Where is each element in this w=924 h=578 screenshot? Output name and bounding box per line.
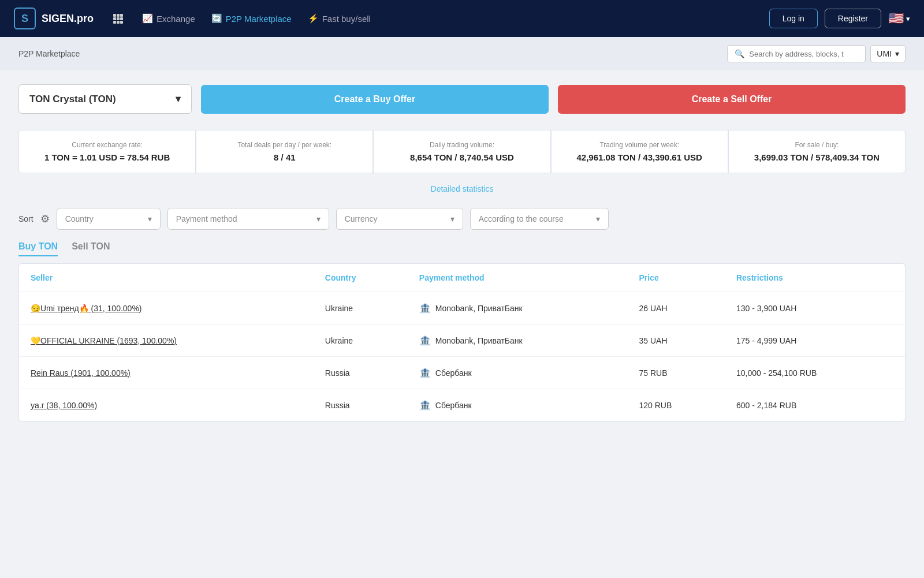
- cell-price-3: 120 RUB: [628, 389, 725, 422]
- grid-icon[interactable]: [112, 13, 124, 24]
- cell-payment-1: 🏦 Monobank, ПриватБанк: [408, 325, 628, 357]
- p2p-icon: 🔄: [211, 13, 222, 24]
- stat-for-sale-label: For sale / buy:: [740, 141, 893, 149]
- settings-button[interactable]: ⚙: [40, 212, 50, 225]
- payment-method-3: Сбербанк: [435, 401, 472, 410]
- token-filter-select[interactable]: UMI ▾: [870, 45, 906, 62]
- detail-link-wrap: Detailed statistics: [18, 184, 906, 194]
- logo-text: SIGEN.pro: [42, 13, 94, 25]
- nav-links: 📈 Exchange 🔄 P2P Marketplace ⚡ Fast buy/…: [142, 13, 751, 24]
- nav-p2p[interactable]: 🔄 P2P Marketplace: [211, 13, 292, 24]
- stat-deals-label: Total deals per day / per week:: [208, 141, 361, 149]
- cell-country-0: Ukraine: [314, 292, 408, 325]
- stat-daily-volume-value: 8,654 TON / 8,740.54 USD: [385, 152, 538, 162]
- cell-restrictions-0: 130 - 3,900 UAH: [725, 292, 905, 325]
- seller-link-3[interactable]: ya.r (38, 100.00%): [31, 401, 97, 410]
- logo-box: S: [14, 8, 36, 29]
- tab-buy-ton[interactable]: Buy TON: [18, 241, 58, 256]
- nav-exchange[interactable]: 📈 Exchange: [142, 13, 195, 24]
- svg-rect-4: [117, 17, 120, 20]
- flag-icon: 🇺🇸: [888, 11, 904, 26]
- table-row: 😏Umi тренд🔥 (31, 100.00%) Ukraine 🏦 Mono…: [19, 292, 905, 325]
- search-wrap: 🔍: [727, 45, 866, 62]
- language-selector[interactable]: 🇺🇸 ▾: [888, 11, 910, 26]
- payment-chevron-icon: ▾: [316, 214, 321, 223]
- cell-restrictions-2: 10,000 - 254,100 RUB: [725, 357, 905, 389]
- cell-payment-0: 🏦 Monobank, ПриватБанк: [408, 292, 628, 325]
- cell-country-3: Russia: [314, 389, 408, 422]
- login-button[interactable]: Log in: [769, 9, 818, 28]
- detail-stats-link[interactable]: Detailed statistics: [431, 184, 494, 193]
- cell-price-1: 35 UAH: [628, 325, 725, 357]
- svg-rect-7: [117, 21, 120, 24]
- table-row: 💛OFFICIAL UKRAINE (1693, 100.00%) Ukrain…: [19, 325, 905, 357]
- create-buy-offer-button[interactable]: Create a Buy Offer: [201, 85, 549, 114]
- col-payment: Payment method: [408, 264, 628, 292]
- col-seller: Seller: [19, 264, 314, 292]
- stat-daily-volume-label: Daily trading volume:: [385, 141, 538, 149]
- breadcrumb-bar: P2P Marketplace 🔍 UMI ▾: [0, 37, 924, 70]
- gear-icon: ⚙: [40, 213, 50, 225]
- cell-restrictions-1: 175 - 4,999 UAH: [725, 325, 905, 357]
- currency-filter[interactable]: Currency ▾: [336, 208, 463, 230]
- cell-country-1: Ukraine: [314, 325, 408, 357]
- offers-table: Seller Country Payment method Price Rest…: [19, 264, 905, 421]
- svg-rect-6: [113, 21, 116, 24]
- cell-seller-2: Rein Raus (1901, 100.00%): [19, 357, 314, 389]
- token-filter-chevron: ▾: [895, 49, 899, 58]
- search-icon: 🔍: [735, 49, 744, 58]
- create-sell-offer-button[interactable]: Create a Sell Offer: [558, 85, 906, 114]
- country-filter-label: Country: [65, 214, 94, 223]
- cell-country-2: Russia: [314, 357, 408, 389]
- stat-deals: Total deals per day / per week: 8 / 41: [196, 130, 373, 173]
- svg-rect-1: [117, 14, 120, 17]
- search-input[interactable]: [749, 50, 858, 58]
- navbar: S SIGEN.pro 📈 Exchange 🔄 P2P Marketplace…: [0, 0, 924, 37]
- stat-daily-volume: Daily trading volume: 8,654 TON / 8,740.…: [373, 130, 550, 173]
- register-button[interactable]: Register: [825, 9, 881, 28]
- payment-filter[interactable]: Payment method ▾: [167, 208, 329, 230]
- seller-link-0[interactable]: 😏Umi тренд🔥 (31, 100.00%): [31, 304, 142, 313]
- token-select-chevron: ▾: [176, 93, 181, 105]
- sort-order-filter[interactable]: According to the course ▾: [470, 208, 609, 230]
- exchange-icon: 📈: [142, 13, 153, 24]
- cell-seller-0: 😏Umi тренд🔥 (31, 100.00%): [19, 292, 314, 325]
- stat-weekly-volume: Trading volume per week: 42,961.08 TON /…: [551, 130, 728, 173]
- stat-deals-value: 8 / 41: [208, 152, 361, 162]
- stat-exchange-rate-label: Current exchange rate:: [31, 141, 184, 149]
- payment-filter-label: Payment method: [176, 214, 237, 223]
- restrictions-value-1: 175 - 4,999 UAH: [736, 336, 796, 345]
- restrictions-value-3: 600 - 2,184 RUB: [736, 401, 796, 410]
- table-row: ya.r (38, 100.00%) Russia 🏦 Сбербанк 120…: [19, 389, 905, 422]
- svg-rect-0: [113, 14, 116, 17]
- restrictions-value-2: 10,000 - 254,100 RUB: [736, 368, 817, 378]
- payment-method-0: Monobank, ПриватБанк: [435, 304, 523, 313]
- stat-weekly-volume-value: 42,961.08 TON / 43,390.61 USD: [563, 152, 716, 162]
- bank-icon-1: 🏦: [419, 335, 431, 346]
- tab-sell-ton[interactable]: Sell TON: [72, 241, 110, 256]
- sort-row: Sort ⚙ Country ▾ Payment method ▾ Curren…: [18, 208, 906, 230]
- nav-fastbuy[interactable]: ⚡ Fast buy/sell: [308, 13, 371, 24]
- stat-exchange-rate-value: 1 TON = 1.01 USD = 78.54 RUB: [31, 152, 184, 162]
- stat-for-sale-value: 3,699.03 TON / 578,409.34 TON: [740, 152, 893, 162]
- sort-order-chevron-icon: ▾: [596, 214, 600, 223]
- cell-payment-3: 🏦 Сбербанк: [408, 389, 628, 422]
- nav-right: Log in Register 🇺🇸 ▾: [769, 9, 910, 28]
- country-filter[interactable]: Country ▾: [57, 208, 161, 230]
- cell-price-0: 26 UAH: [628, 292, 725, 325]
- payment-method-2: Сбербанк: [435, 368, 472, 378]
- svg-rect-3: [113, 17, 116, 20]
- logo: S SIGEN.pro: [14, 8, 94, 29]
- seller-link-1[interactable]: 💛OFFICIAL UKRAINE (1693, 100.00%): [31, 336, 177, 345]
- offers-table-wrap: Seller Country Payment method Price Rest…: [18, 263, 906, 422]
- restrictions-value-0: 130 - 3,900 UAH: [736, 304, 796, 313]
- stat-weekly-volume-label: Trading volume per week:: [563, 141, 716, 149]
- breadcrumb: P2P Marketplace: [18, 49, 80, 58]
- seller-link-2[interactable]: Rein Raus (1901, 100.00%): [31, 368, 131, 378]
- col-restrictions: Restrictions: [725, 264, 905, 292]
- cell-payment-2: 🏦 Сбербанк: [408, 357, 628, 389]
- token-select[interactable]: TON Crystal (TON) ▾: [18, 84, 192, 114]
- stat-exchange-rate: Current exchange rate: 1 TON = 1.01 USD …: [18, 130, 196, 173]
- token-select-label: TON Crystal (TON): [29, 94, 116, 105]
- country-chevron-icon: ▾: [148, 214, 152, 223]
